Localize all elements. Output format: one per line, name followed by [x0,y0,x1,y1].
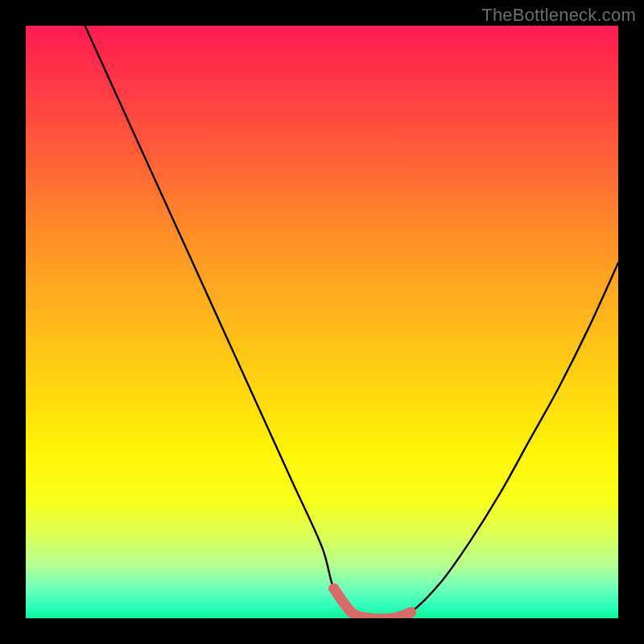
optimal-zone-dot-right [406,607,416,617]
curve-line [85,26,618,618]
optimal-zone-highlight [334,588,411,618]
plot-area [26,26,618,618]
watermark-text: TheBottleneck.com [481,5,636,26]
optimal-zone-dot-left [328,584,339,594]
chart-frame: TheBottleneck.com [0,0,644,644]
bottleneck-curve [26,26,618,618]
